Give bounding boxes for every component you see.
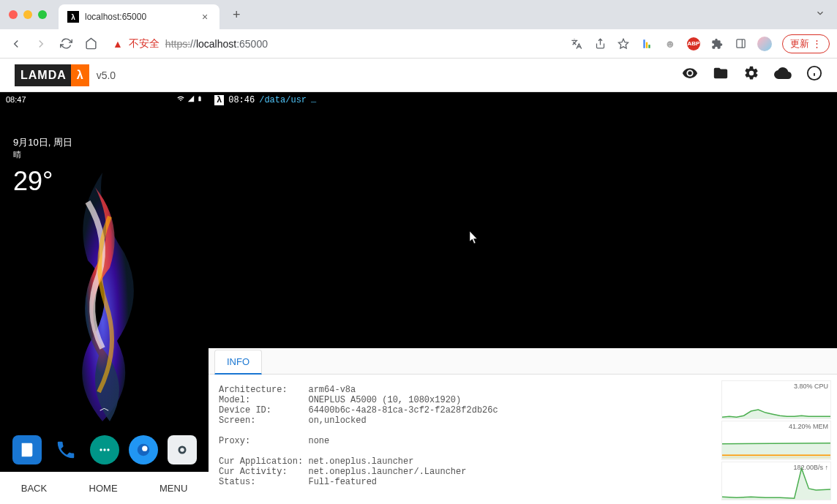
svg-rect-10 [199,96,200,97]
toolbar-actions: ☻ ABP 更新⋮ [570,34,830,53]
folder-icon[interactable] [713,65,729,85]
profile-avatar[interactable] [757,37,772,51]
cpu-chart: 3.80% CPU [721,380,831,419]
device-menu-button[interactable]: MENU [159,483,187,494]
svg-point-15 [142,446,147,451]
contacts-app-icon[interactable] [12,435,42,464]
share-icon[interactable] [593,37,607,50]
reload-button[interactable] [57,35,75,53]
svg-point-11 [100,448,102,451]
forward-button[interactable] [32,35,50,53]
eye-icon[interactable] [682,65,698,85]
messages-app-icon[interactable] [90,435,119,464]
url-text: https://localhost:65000 [165,38,268,50]
signal-icon [187,95,195,102]
browser-app-icon[interactable] [129,435,158,464]
gear-icon[interactable] [743,65,759,85]
phone-app-icon[interactable] [51,435,80,464]
translate-icon[interactable] [570,37,583,50]
main-content: 08:47 9月10日, 周日 晴 29° [0,92,837,504]
battery-icon [197,95,203,102]
phone-status-bar: 08:47 [0,95,209,104]
new-tab-button[interactable]: + [227,4,247,26]
security-warning-text: 不安全 [129,37,159,50]
warning-icon: ▲ [113,38,123,50]
app-drawer-handle[interactable]: ︿ [100,402,110,415]
wifi-icon [176,95,185,102]
terminal-cwd: /data/usr [259,95,307,105]
app-logo: LAMDA λ [15,64,89,86]
info-icon[interactable] [806,65,822,85]
app-version: v5.0 [97,69,116,81]
svg-rect-2 [646,42,648,48]
adblock-icon[interactable]: ABP [687,37,700,50]
device-nav-buttons: BACK HOME MENU [0,472,209,504]
svg-marker-0 [618,39,628,48]
tab-close-button[interactable]: × [199,11,211,23]
camera-app-icon[interactable] [168,435,197,464]
terminal-time: 08:46 [228,95,255,105]
perf-charts: 3.80% CPU 41.20% MEM 182.00B/s ↑ [721,380,831,498]
window-minimize-button[interactable] [23,10,32,19]
svg-point-13 [107,448,109,451]
back-button[interactable] [7,35,25,53]
svg-point-17 [180,448,184,452]
svg-point-12 [103,448,105,451]
svg-rect-3 [648,45,650,48]
browser-toolbar: ▲ 不安全 https://localhost:65000 ☻ ABP 更新⋮ [0,29,837,59]
home-button[interactable] [82,35,100,53]
tabs-dropdown-icon[interactable] [815,8,825,21]
right-panel: λ 08:46 /data/usr _ INFO Architecture: a… [209,92,837,504]
window-close-button[interactable] [9,10,18,19]
extension-icon-1[interactable] [640,37,653,50]
svg-rect-4 [736,40,744,48]
cloud-icon[interactable] [774,64,792,86]
window-maximize-button[interactable] [38,10,47,19]
browser-chrome: λ localhost:65000 × + ▲ 不安全 https://loca… [0,0,837,59]
extension-icon-2[interactable]: ☻ [664,37,677,50]
tab-title: localhost:65000 [85,12,193,22]
extensions-puzzle-icon[interactable] [710,37,724,50]
mouse-cursor-icon [469,231,479,248]
info-tabs: INFO [209,348,837,375]
phone-dock [0,435,209,464]
device-info-text: Architecture: arm64-v8a Model: ONEPLUS A… [214,380,716,498]
panel-icon[interactable] [734,37,747,50]
info-content: Architecture: arm64-v8a Model: ONEPLUS A… [209,375,837,504]
terminal-cursor: _ [311,94,316,104]
tab-favicon: λ [67,11,79,23]
device-home-button[interactable]: HOME [89,483,118,494]
device-panel: 08:47 9月10日, 周日 晴 29° [0,92,209,504]
terminal-prompt-icon: λ [214,95,224,105]
net-chart: 182.00B/s ↑ [721,462,831,500]
device-back-button[interactable]: BACK [21,483,47,494]
phone-status-icons [176,95,203,104]
browser-tab[interactable]: λ localhost:65000 × [59,4,219,29]
update-button[interactable]: 更新⋮ [782,34,830,53]
terminal[interactable]: λ 08:46 /data/usr _ [209,92,837,348]
phone-clock: 08:47 [6,95,26,104]
phone-screen[interactable]: 08:47 9月10日, 周日 晴 29° [0,92,209,472]
tab-info[interactable]: INFO [214,350,262,375]
bookmark-star-icon[interactable] [617,37,630,50]
mem-chart: 41.20% MEM [721,421,831,459]
window-controls [9,10,47,19]
app-header: LAMDA λ v5.0 [0,59,837,92]
svg-rect-9 [198,97,200,101]
svg-rect-1 [643,40,645,48]
address-bar[interactable]: ▲ 不安全 https://localhost:65000 [107,33,563,55]
tab-strip: λ localhost:65000 × + [0,0,837,29]
